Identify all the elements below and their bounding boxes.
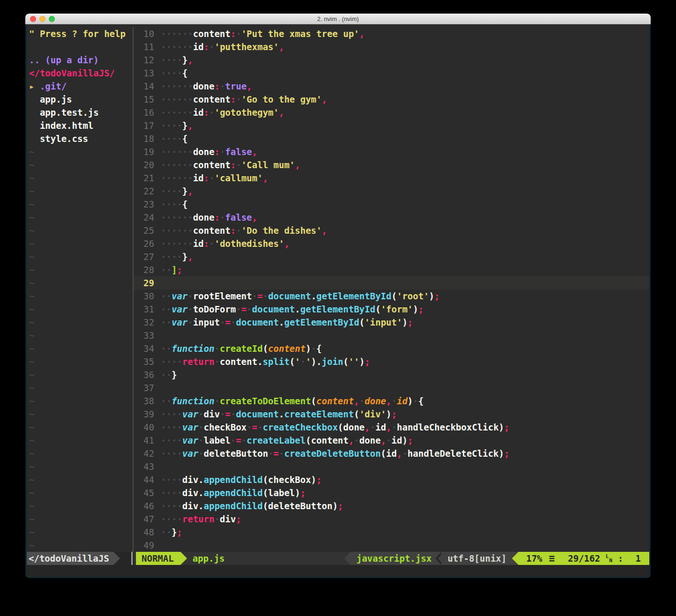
code-line[interactable]: 36··} (134, 368, 649, 381)
code-line[interactable]: 31··var·toDoForm·=·document.getElementBy… (134, 303, 649, 316)
code-line[interactable]: 27····}, (134, 250, 649, 263)
minimize-button[interactable] (39, 16, 45, 22)
line-number: 29 (134, 276, 161, 289)
code-line[interactable]: 13····{ (134, 67, 649, 80)
line-number: 23 (134, 198, 161, 211)
code-line[interactable]: 29 (134, 276, 649, 289)
line-number: 11 (134, 40, 161, 53)
code-line[interactable]: 15······content:·'Go to the gym', (134, 93, 649, 106)
empty-line-marker: ~ (27, 421, 133, 434)
code-line[interactable]: 43 (134, 460, 649, 473)
code-line[interactable]: 49 (134, 539, 649, 552)
separator-chevron-icon (436, 552, 444, 565)
code-line[interactable]: 25······content:·'Do the dishes', (134, 224, 649, 237)
code-line[interactable]: 28··]; (134, 263, 649, 276)
tree-root[interactable]: </todoVanillaJS/ (27, 67, 133, 80)
code-line[interactable]: 34··function·createId(content)·{ (134, 342, 649, 355)
code-line[interactable]: 26······id:·'dothedishes', (134, 237, 649, 250)
empty-line-marker: ~ (27, 512, 133, 526)
empty-line-marker: ~ (27, 394, 133, 408)
empty-line-marker: ~ (27, 289, 133, 303)
code-line[interactable]: 30··var·rootElement·=·document.getElemen… (134, 289, 649, 303)
nerdtree-panel[interactable]: " Press ? for help.. (up a dir)</todoVan… (27, 27, 133, 552)
code-line[interactable]: 12····}, (134, 53, 649, 67)
code-line[interactable]: 48··}; (134, 526, 649, 539)
line-number: 30 (134, 289, 161, 303)
traffic-lights (30, 14, 55, 24)
zoom-button[interactable] (49, 16, 55, 22)
encoding: utf-8[unix] (444, 552, 512, 565)
column-number: 1 (636, 552, 641, 565)
close-button[interactable] (30, 16, 36, 22)
code-line[interactable]: 17····}, (134, 119, 649, 132)
code-line[interactable]: 10······content:·'Put the xmas tree up', (134, 27, 649, 40)
empty-line-marker: ~ (27, 447, 133, 460)
blank-line (27, 40, 133, 53)
empty-line-marker: ~ (27, 198, 133, 211)
empty-line-marker: ~ (27, 381, 133, 394)
code-line[interactable]: 39····var·div·=·document.createElement('… (134, 408, 649, 421)
editor-buffer[interactable]: 10······content:·'Put the xmas tree up',… (134, 27, 649, 552)
tree-item-style-css[interactable]: style.css (27, 132, 133, 145)
line-number: 44 (134, 473, 161, 486)
code-line[interactable]: 21······id:·'callmum', (134, 171, 649, 185)
tree-item-app-test-js[interactable]: app.test.js (27, 106, 133, 119)
code-line[interactable]: 14······done:·true, (134, 80, 649, 93)
code-line[interactable]: 33 (134, 329, 649, 342)
code-line[interactable]: 11······id:·'putthexmas', (134, 40, 649, 53)
line-number: 42 (134, 447, 161, 460)
line-number: 17 (134, 119, 161, 132)
tree-item-up-dir[interactable]: .. (up a dir) (27, 53, 133, 67)
empty-line-marker: ~ (27, 276, 133, 289)
desktop: 2. nvim . (nvim) " Press ? for help.. (u… (0, 0, 676, 616)
tree-item-app-js[interactable]: app.js (27, 93, 133, 106)
empty-line-marker: ~ (27, 145, 133, 158)
powerline-separator-icon (113, 552, 120, 565)
code-line[interactable]: 35····return·content.split('·').join('')… (134, 355, 649, 368)
code-line[interactable]: 42····var·deleteButton·=·createDeleteBut… (134, 447, 649, 460)
empty-line-marker: ~ (27, 473, 133, 486)
code-line[interactable]: 46····div.appendChild(deleteButton); (134, 499, 649, 512)
code-line[interactable]: 22····}, (134, 185, 649, 198)
powerline-separator-icon (180, 552, 187, 565)
empty-line-marker: ~ (27, 316, 133, 329)
code-line[interactable]: 37 (134, 381, 649, 394)
code-line[interactable]: 23····{ (134, 198, 649, 211)
code-line[interactable]: 32··var·input·=·document.getElementById(… (134, 316, 649, 329)
tree-item-index-html[interactable]: index.html (27, 119, 133, 132)
code-line[interactable]: 40····var·checkBox·=·createCheckbox(done… (134, 421, 649, 434)
line-number: 37 (134, 381, 161, 394)
code-line[interactable]: 41····var·label·=·createLabel(content,·d… (134, 434, 649, 447)
line-number: 16 (134, 106, 161, 119)
line-number: 21 (134, 171, 161, 185)
statusline-separator (131, 552, 133, 565)
empty-line-marker: ~ (27, 408, 133, 421)
line-number: 36 (134, 368, 161, 381)
empty-line-marker: ~ (27, 303, 133, 316)
code-line[interactable]: 45····div.appendChild(label); (134, 486, 649, 499)
code-line[interactable]: 44····div.appendChild(checkBox); (134, 473, 649, 486)
code-line[interactable]: 38··function·createToDoElement(content,·… (134, 394, 649, 408)
titlebar[interactable]: 2. nvim . (nvim) (25, 14, 651, 24)
terminal-window: 2. nvim . (nvim) " Press ? for help.. (u… (25, 14, 651, 578)
filetype: javascript.jsx (351, 552, 435, 565)
empty-line-marker: ~ (27, 224, 133, 237)
code-line[interactable]: 47····return·div; (134, 512, 649, 526)
empty-line-marker: ~ (27, 342, 133, 355)
command-line[interactable] (27, 565, 649, 577)
line-number: 25 (134, 224, 161, 237)
empty-line-marker: ~ (27, 368, 133, 381)
line-number: 35 (134, 355, 161, 368)
code-line[interactable]: 24······done:·false, (134, 211, 649, 224)
statusline: </todoVanillaJS NORMAL app.js javascript… (27, 552, 649, 565)
code-line[interactable]: 20······content:·'Call mum', (134, 158, 649, 171)
code-line[interactable]: 18····{ (134, 132, 649, 145)
code-line[interactable]: 19······done:·false, (134, 145, 649, 158)
line-number: 22 (134, 185, 161, 198)
tree-item-git-dir[interactable]: ▸ .git/ (27, 80, 133, 93)
line-number: 12 (134, 53, 161, 67)
code-line[interactable]: 16······id:·'gotothegym', (134, 106, 649, 119)
cursor-position: 17% ≡ 29/162 LN : 1 (518, 552, 649, 565)
line-number: 34 (134, 342, 161, 355)
mode-indicator: NORMAL (136, 552, 180, 565)
